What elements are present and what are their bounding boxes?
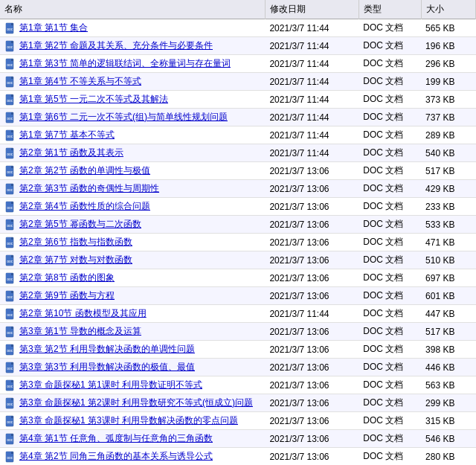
file-name-cell[interactable]: DOC 第2章 第1节 函数及其表示 [0,144,265,162]
table-row[interactable]: DOC 第1章 第2节 命题及其关系、充分条件与必要条件2021/3/7 11:… [0,37,476,55]
file-name-cell[interactable]: DOC 第3章 命题探秘1 第3课时 利用导数解决函数的零点问题 [0,412,265,430]
file-type-cell: DOC 文档 [358,144,421,162]
table-row[interactable]: DOC 第1章 第3节 简单的逻辑联结词、全称量词与存在量词2021/3/7 1… [0,55,476,73]
file-date-cell: 2021/3/7 13:06 [265,287,358,305]
file-type-cell: DOC 文档 [358,109,421,126]
file-name-cell[interactable]: DOC 第3章 命题探秘1 第1课时 利用导数证明不等式 [0,376,265,394]
table-row[interactable]: DOC 第1章 第4节 不等关系与不等式2021/3/7 11:44DOC 文档… [0,73,476,91]
table-row[interactable]: DOC 第2章 第1节 函数及其表示2021/3/7 11:44DOC 文档54… [0,144,476,162]
file-date-cell: 2021/3/7 13:06 [265,430,358,448]
file-name-cell[interactable]: DOC 第1章 第4节 不等关系与不等式 [0,73,265,91]
file-name-cell[interactable]: DOC 第1章 第1节 集合 [0,19,265,37]
table-row[interactable]: DOC 第1章 第6节 二元一次不等式(组)与简单线性规划问题2021/3/7 … [0,109,476,126]
file-name-cell[interactable]: DOC 第4章 第1节 任意角、弧度制与任意角的三角函数 [0,430,265,448]
file-name-cell[interactable]: DOC 第1章 第5节 一元二次不等式及其解法 [0,91,265,109]
svg-text:DOC: DOC [7,350,13,353]
col-type-header[interactable]: 类型 [358,0,421,19]
col-size-header[interactable]: 大小 [421,0,475,19]
file-name-cell[interactable]: DOC 第2章 第8节 函数的图象 [0,269,265,287]
file-type-cell: DOC 文档 [358,162,421,180]
table-row[interactable]: DOC 第2章 第10节 函数模型及其应用2021/3/7 11:44DOC 文… [0,305,476,323]
file-name-cell[interactable]: DOC 第4章 第2节 同角三角函数的基本关系与诱导公式 [0,448,265,466]
file-name-text: 第1章 第1节 集合 [19,22,88,34]
svg-text:DOC: DOC [7,46,13,49]
col-date-header[interactable]: 修改日期 [265,0,358,19]
file-date-cell: 2021/3/7 13:06 [265,251,358,269]
table-row[interactable]: DOC 第2章 第2节 函数的单调性与极值2021/3/7 13:06DOC 文… [0,162,476,180]
file-name-cell[interactable]: DOC 第2章 第5节 幂函数与二次函数 [0,216,265,234]
file-type-cell: DOC 文档 [358,91,421,109]
file-name-cell[interactable]: DOC 第1章 第7节 基本不等式 [0,126,265,144]
file-date-cell: 2021/3/7 13:06 [265,341,358,359]
svg-rect-90 [11,416,13,418]
file-table: 名称 修改日期 类型 大小 DOC 第1章 第1节 集合2021/3/7 11:… [0,0,476,465]
doc-file-icon: DOC [4,22,16,34]
table-row[interactable]: DOC 第3章 第2节 利用导数解决函数的单调性问题2021/3/7 13:06… [0,341,476,359]
file-size-cell: 517 KB [421,162,475,180]
file-type-cell: DOC 文档 [358,55,421,73]
table-row[interactable]: DOC 第3章 命题探秘1 第3课时 利用导数解决函数的零点问题2021/3/7… [0,412,476,430]
file-name-cell[interactable]: DOC 第2章 第4节 函数性质的综合问题 [0,198,265,216]
doc-file-icon: DOC [4,379,16,391]
file-name-text: 第4章 第1节 任意角、弧度制与任意角的三角函数 [19,432,213,445]
table-row[interactable]: DOC 第3章 第1节 导数的概念及运算2021/3/7 13:06DOC 文档… [0,323,476,341]
svg-rect-78 [11,362,13,365]
svg-rect-50 [11,237,13,240]
file-name-cell[interactable]: DOC 第2章 第2节 函数的单调性与极值 [0,162,265,180]
svg-rect-30 [11,148,13,150]
table-row[interactable]: DOC 第1章 第7节 基本不等式2021/3/7 11:44DOC 文档289… [0,126,476,144]
col-name-header[interactable]: 名称 [0,0,265,19]
file-name-cell[interactable]: DOC 第1章 第2节 命题及其关系、充分条件与必要条件 [0,37,265,55]
file-date-cell: 2021/3/7 13:06 [265,198,358,216]
file-size-cell: 296 KB [421,55,475,73]
table-row[interactable]: DOC 第2章 第8节 函数的图象2021/3/7 13:06DOC 文档697… [0,269,476,287]
svg-text:DOC: DOC [7,278,13,281]
file-name-text: 第3章 命题探秘1 第3课时 利用导数解决函数的零点问题 [19,414,238,427]
file-name-text: 第4章 第2节 同角三角函数的基本关系与诱导公式 [19,450,213,463]
file-size-cell: 510 KB [421,251,475,269]
file-type-cell: DOC 文档 [358,269,421,287]
file-name-cell[interactable]: DOC 第2章 第10节 函数模型及其应用 [0,305,265,323]
table-row[interactable]: DOC 第1章 第5节 一元二次不等式及其解法2021/3/7 11:44DOC… [0,91,476,109]
file-name-cell[interactable]: DOC 第3章 第1节 导数的概念及运算 [0,323,265,341]
table-row[interactable]: DOC 第4章 第1节 任意角、弧度制与任意角的三角函数2021/3/7 13:… [0,430,476,448]
file-date-cell: 2021/3/7 11:44 [265,19,358,37]
file-type-cell: DOC 文档 [358,234,421,251]
file-name-cell[interactable]: DOC 第2章 第9节 函数与方程 [0,287,265,305]
table-row[interactable]: DOC 第2章 第3节 函数的奇偶性与周期性2021/3/7 13:06DOC … [0,180,476,198]
doc-file-icon: DOC [4,219,16,231]
file-type-cell: DOC 文档 [358,180,421,198]
table-row[interactable]: DOC 第3章 命题探秘1 第2课时 利用导数研究不等式(恒成立)问题2021/… [0,394,476,412]
table-row[interactable]: DOC 第1章 第1节 集合2021/3/7 11:44DOC 文档565 KB [0,19,476,37]
file-list-container[interactable]: 名称 修改日期 类型 大小 DOC 第1章 第1节 集合2021/3/7 11:… [0,0,476,465]
table-row[interactable]: DOC 第2章 第6节 指数与指数函数2021/3/7 13:06DOC 文档4… [0,234,476,251]
table-row[interactable]: DOC 第2章 第5节 幂函数与二次函数2021/3/7 13:06DOC 文档… [0,216,476,234]
svg-text:DOC: DOC [7,135,13,138]
file-type-cell: DOC 文档 [358,359,421,376]
file-name-text: 第3章 第3节 利用导数解决函数的极值、最值 [19,361,195,373]
table-row[interactable]: DOC 第2章 第9节 函数与方程2021/3/7 13:06DOC 文档601… [0,287,476,305]
doc-file-icon: DOC [4,76,16,88]
svg-rect-6 [11,41,13,43]
file-name-cell[interactable]: DOC 第3章 第2节 利用导数解决函数的单调性问题 [0,341,265,359]
doc-file-icon: DOC [4,308,16,320]
file-type-cell: DOC 文档 [358,341,421,359]
file-name-cell[interactable]: DOC 第3章 第3节 利用导数解决函数的极值、最值 [0,359,265,376]
svg-text:DOC: DOC [7,403,13,406]
file-name-cell[interactable]: DOC 第3章 命题探秘1 第2课时 利用导数研究不等式(恒成立)问题 [0,394,265,412]
file-name-cell[interactable]: DOC 第1章 第3节 简单的逻辑联结词、全称量词与存在量词 [0,55,265,73]
file-name-cell[interactable]: DOC 第2章 第3节 函数的奇偶性与周期性 [0,180,265,198]
table-row[interactable]: DOC 第3章 命题探秘1 第1课时 利用导数证明不等式2021/3/7 13:… [0,376,476,394]
file-type-cell: DOC 文档 [358,126,421,144]
table-row[interactable]: DOC 第2章 第7节 对数与对数函数2021/3/7 13:06DOC 文档5… [0,251,476,269]
file-name-text: 第2章 第4节 函数性质的综合问题 [19,200,150,213]
file-name-cell[interactable]: DOC 第2章 第7节 对数与对数函数 [0,251,265,269]
table-row[interactable]: DOC 第2章 第4节 函数性质的综合问题2021/3/7 13:06DOC 文… [0,198,476,216]
table-row[interactable]: DOC 第3章 第3节 利用导数解决函数的极值、最值2021/3/7 13:06… [0,359,476,376]
svg-text:DOC: DOC [7,118,13,121]
file-name-cell[interactable]: DOC 第2章 第6节 指数与指数函数 [0,234,265,251]
table-row[interactable]: DOC 第4章 第2节 同角三角函数的基本关系与诱导公式2021/3/7 13:… [0,448,476,466]
svg-text:DOC: DOC [7,171,13,174]
file-name-cell[interactable]: DOC 第1章 第6节 二元一次不等式(组)与简单线性规划问题 [0,109,265,126]
doc-file-icon: DOC [4,183,16,195]
